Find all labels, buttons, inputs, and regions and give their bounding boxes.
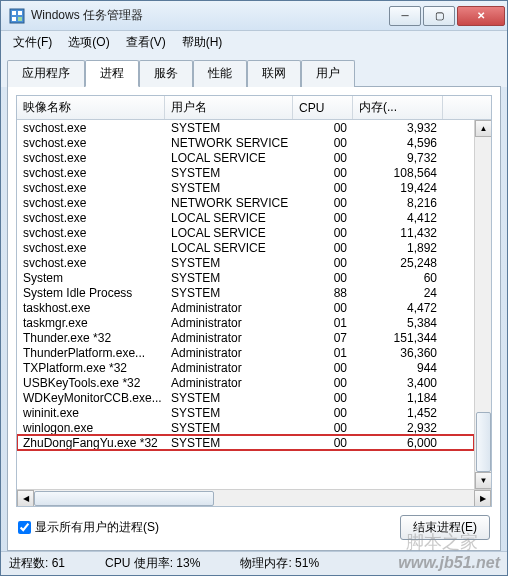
- status-physical-memory: 物理内存: 51%: [240, 555, 319, 572]
- horizontal-scrollbar[interactable]: ◀ ▶: [17, 489, 491, 506]
- cell-cpu: 00: [293, 301, 353, 315]
- cell-mem: 5,384: [353, 316, 443, 330]
- cell-name: svchost.exe: [17, 121, 165, 135]
- cell-user: NETWORK SERVICE: [165, 136, 293, 150]
- tab-services[interactable]: 服务: [139, 60, 193, 87]
- cell-mem: 3,400: [353, 376, 443, 390]
- cell-mem: 11,432: [353, 226, 443, 240]
- table-row[interactable]: taskmgr.exeAdministrator015,384: [17, 315, 474, 330]
- cell-user: SYSTEM: [165, 166, 293, 180]
- vertical-scrollbar[interactable]: ▲ ▼: [474, 120, 491, 489]
- cell-user: LOCAL SERVICE: [165, 211, 293, 225]
- menu-view[interactable]: 查看(V): [118, 32, 174, 53]
- cell-mem: 4,412: [353, 211, 443, 225]
- cell-name: taskmgr.exe: [17, 316, 165, 330]
- table-row[interactable]: System Idle ProcessSYSTEM8824: [17, 285, 474, 300]
- tab-users[interactable]: 用户: [301, 60, 355, 87]
- table-row[interactable]: svchost.exeNETWORK SERVICE004,596: [17, 135, 474, 150]
- table-row[interactable]: wininit.exeSYSTEM001,452: [17, 405, 474, 420]
- scroll-right-icon[interactable]: ▶: [474, 490, 491, 507]
- menu-options[interactable]: 选项(O): [60, 32, 117, 53]
- watermark-url: www.jb51.net: [398, 554, 500, 572]
- table-row[interactable]: WDKeyMonitorCCB.exe...SYSTEM001,184: [17, 390, 474, 405]
- table-row[interactable]: Thunder.exe *32Administrator07151,344: [17, 330, 474, 345]
- table-row[interactable]: SystemSYSTEM0060: [17, 270, 474, 285]
- cell-user: Administrator: [165, 316, 293, 330]
- hscroll-track[interactable]: [34, 490, 474, 507]
- cell-user: Administrator: [165, 376, 293, 390]
- titlebar[interactable]: Windows 任务管理器 ─ ▢ ✕: [1, 1, 507, 31]
- cell-name: svchost.exe: [17, 166, 165, 180]
- cell-mem: 108,564: [353, 166, 443, 180]
- cell-name: winlogon.exe: [17, 421, 165, 435]
- window-controls: ─ ▢ ✕: [387, 6, 505, 26]
- watermark-text: 脚本之家: [406, 530, 478, 554]
- table-row[interactable]: svchost.exeLOCAL SERVICE0011,432: [17, 225, 474, 240]
- scroll-up-icon[interactable]: ▲: [475, 120, 491, 137]
- cell-name: ThunderPlatform.exe...: [17, 346, 165, 360]
- cell-name: Thunder.exe *32: [17, 331, 165, 345]
- cell-user: LOCAL SERVICE: [165, 151, 293, 165]
- menu-file[interactable]: 文件(F): [5, 32, 60, 53]
- cell-cpu: 00: [293, 181, 353, 195]
- show-all-users-label: 显示所有用户的进程(S): [35, 519, 159, 536]
- cell-name: svchost.exe: [17, 256, 165, 270]
- table-row[interactable]: svchost.exeNETWORK SERVICE008,216: [17, 195, 474, 210]
- cell-mem: 25,248: [353, 256, 443, 270]
- cell-cpu: 00: [293, 421, 353, 435]
- menu-help[interactable]: 帮助(H): [174, 32, 231, 53]
- cell-cpu: 00: [293, 136, 353, 150]
- cell-cpu: 01: [293, 346, 353, 360]
- table-row[interactable]: svchost.exeLOCAL SERVICE004,412: [17, 210, 474, 225]
- tab-networking[interactable]: 联网: [247, 60, 301, 87]
- cell-mem: 1,452: [353, 406, 443, 420]
- list-body[interactable]: svchost.exeSYSTEM003,932svchost.exeNETWO…: [17, 120, 474, 489]
- col-cpu[interactable]: CPU: [293, 96, 353, 119]
- table-row[interactable]: svchost.exeLOCAL SERVICE009,732: [17, 150, 474, 165]
- table-row[interactable]: svchost.exeSYSTEM0019,424: [17, 180, 474, 195]
- close-button[interactable]: ✕: [457, 6, 505, 26]
- table-row[interactable]: svchost.exeSYSTEM003,932: [17, 120, 474, 135]
- table-row[interactable]: winlogon.exeSYSTEM002,932: [17, 420, 474, 435]
- tab-applications[interactable]: 应用程序: [7, 60, 85, 87]
- show-all-users-input[interactable]: [18, 521, 31, 534]
- col-user-name[interactable]: 用户名: [165, 96, 293, 119]
- table-row[interactable]: taskhost.exeAdministrator004,472: [17, 300, 474, 315]
- scroll-track[interactable]: [475, 137, 491, 472]
- scroll-down-icon[interactable]: ▼: [475, 472, 491, 489]
- cell-user: Administrator: [165, 331, 293, 345]
- cell-cpu: 00: [293, 391, 353, 405]
- cell-mem: 24: [353, 286, 443, 300]
- tab-performance[interactable]: 性能: [193, 60, 247, 87]
- content-panel: 映像名称 用户名 CPU 内存(... svchost.exeSYSTEM003…: [7, 87, 501, 551]
- table-row[interactable]: svchost.exeSYSTEM00108,564: [17, 165, 474, 180]
- svg-rect-2: [18, 11, 22, 15]
- cell-user: SYSTEM: [165, 421, 293, 435]
- scroll-thumb[interactable]: [476, 412, 491, 472]
- table-row[interactable]: svchost.exeSYSTEM0025,248: [17, 255, 474, 270]
- maximize-button[interactable]: ▢: [423, 6, 455, 26]
- svg-rect-4: [18, 17, 22, 21]
- cell-mem: 8,216: [353, 196, 443, 210]
- cell-cpu: 00: [293, 211, 353, 225]
- hscroll-thumb[interactable]: [34, 491, 214, 506]
- table-row[interactable]: USBKeyTools.exe *32Administrator003,400: [17, 375, 474, 390]
- process-list: 映像名称 用户名 CPU 内存(... svchost.exeSYSTEM003…: [16, 95, 492, 507]
- cell-name: wininit.exe: [17, 406, 165, 420]
- cell-cpu: 00: [293, 271, 353, 285]
- show-all-users-checkbox[interactable]: 显示所有用户的进程(S): [18, 519, 159, 536]
- col-image-name[interactable]: 映像名称: [17, 96, 165, 119]
- table-row[interactable]: svchost.exeLOCAL SERVICE001,892: [17, 240, 474, 255]
- tab-processes[interactable]: 进程: [85, 60, 139, 87]
- cell-user: LOCAL SERVICE: [165, 226, 293, 240]
- table-row[interactable]: TXPlatform.exe *32Administrator00944: [17, 360, 474, 375]
- cell-user: NETWORK SERVICE: [165, 196, 293, 210]
- minimize-button[interactable]: ─: [389, 6, 421, 26]
- scroll-left-icon[interactable]: ◀: [17, 490, 34, 507]
- cell-name: taskhost.exe: [17, 301, 165, 315]
- table-row[interactable]: ZhuDongFangYu.exe *32SYSTEM006,000: [17, 435, 474, 450]
- col-memory[interactable]: 内存(...: [353, 96, 443, 119]
- cell-user: SYSTEM: [165, 271, 293, 285]
- table-row[interactable]: ThunderPlatform.exe...Administrator0136,…: [17, 345, 474, 360]
- cell-mem: 4,472: [353, 301, 443, 315]
